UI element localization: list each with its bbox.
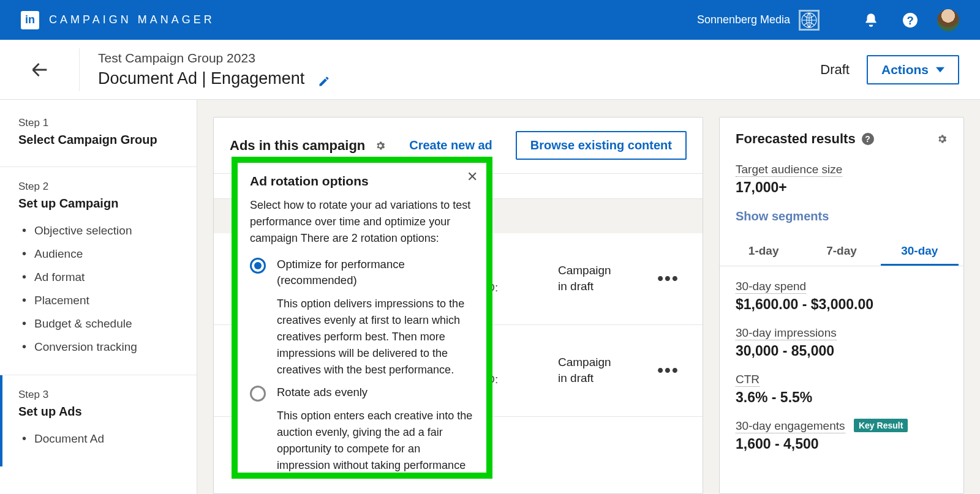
account-icon[interactable] xyxy=(799,10,820,31)
highlight-box: ✕ Ad rotation options Select how to rota… xyxy=(232,157,492,479)
ad-status-line1: Campaign xyxy=(558,356,611,369)
top-bar: in CAMPAIGN MANAGER Sonnenberg Media ? xyxy=(0,0,980,40)
popover-title: Ad rotation options xyxy=(250,174,474,189)
ad-status-line1: Campaign xyxy=(558,264,611,277)
audience-size-value: 17,000+ xyxy=(736,179,948,196)
campaign-status: Draft xyxy=(820,62,850,78)
forecast-title: Forecasted results xyxy=(736,131,856,147)
svg-text:?: ? xyxy=(907,13,913,26)
ctr-label: CTR xyxy=(736,373,760,387)
engagements-value: 1,600 - 4,500 xyxy=(736,436,948,452)
create-new-ad-link[interactable]: Create new ad xyxy=(409,138,492,152)
wizard-sidebar: Step 1 Select Campaign Group Step 2 Set … xyxy=(0,100,197,494)
step-label: Step 2 xyxy=(18,181,178,193)
gear-icon[interactable] xyxy=(937,133,948,144)
rotation-option-optimize[interactable]: Optimize for performance (recommended) T… xyxy=(250,256,474,378)
popover-intro: Select how to rotate your ad variations … xyxy=(250,197,474,247)
substep-budget[interactable]: Budget & schedule xyxy=(22,312,178,335)
step-label: Step 1 xyxy=(18,117,178,129)
show-segments-link[interactable]: Show segments xyxy=(736,209,948,223)
substep-placement[interactable]: Placement xyxy=(22,289,178,312)
spend-value: $1,600.00 - $3,000.00 xyxy=(736,296,948,313)
close-icon[interactable]: ✕ xyxy=(467,169,478,185)
step-title: Select Campaign Group xyxy=(18,133,178,147)
ad-rotation-popover: ✕ Ad rotation options Select how to rota… xyxy=(238,163,486,473)
help-icon[interactable]: ? xyxy=(898,8,922,32)
actions-label: Actions xyxy=(881,62,929,77)
key-result-badge: Key Result xyxy=(854,419,908,432)
engagements-label: 30-day engagements xyxy=(736,419,845,433)
option-description: This option enters each creative into th… xyxy=(277,408,474,473)
linkedin-logo-icon: in xyxy=(21,11,39,29)
sub-header: Test Campaign Group 2023 Document Ad | E… xyxy=(0,40,980,100)
step-label: Step 3 xyxy=(18,389,178,401)
app-title: CAMPAIGN MANAGER xyxy=(49,13,215,26)
substep-audience[interactable]: Audience xyxy=(22,242,178,266)
row-menu-icon[interactable]: ••• xyxy=(650,361,687,380)
radio-icon[interactable] xyxy=(250,258,266,274)
impressions-value: 30,000 - 85,000 xyxy=(736,343,948,359)
ads-card-title: Ads in this campaign xyxy=(230,138,365,154)
tab-7-day[interactable]: 7-day xyxy=(802,238,880,266)
substep-conversion[interactable]: Conversion tracking xyxy=(22,335,178,359)
substep-objective[interactable]: Objective selection xyxy=(22,219,178,242)
campaign-title: Document Ad | Engagement xyxy=(98,69,304,88)
back-button[interactable] xyxy=(0,48,80,91)
chevron-down-icon xyxy=(936,65,944,74)
help-icon[interactable]: ? xyxy=(862,133,874,145)
step-2-block[interactable]: Step 2 Set up Campaign Objective selecti… xyxy=(0,167,197,375)
audience-size-label: Target audience size xyxy=(736,163,842,177)
step-1-block[interactable]: Step 1 Select Campaign Group xyxy=(0,114,197,167)
bell-icon[interactable] xyxy=(859,8,883,32)
campaign-group-title: Test Campaign Group 2023 xyxy=(98,51,330,65)
substep-ad-format[interactable]: Ad format xyxy=(22,266,178,289)
option-description: This option delivers impressions to the … xyxy=(277,296,474,378)
forecast-card: Forecasted results ? Target audience siz… xyxy=(719,117,964,494)
option-title: Rotate ads evenly xyxy=(277,384,474,400)
ad-status-line2: in draft xyxy=(558,372,594,384)
step-title: Set up Ads xyxy=(18,405,178,419)
spend-label: 30-day spend xyxy=(736,280,806,294)
actions-dropdown[interactable]: Actions xyxy=(867,55,959,84)
forecast-range-tabs: 1-day 7-day 30-day xyxy=(720,238,963,266)
step-3-block[interactable]: Step 3 Set up Ads Document Ad xyxy=(0,375,197,466)
option-title: Optimize for performance (recommended) xyxy=(277,256,474,288)
user-avatar[interactable] xyxy=(937,9,959,31)
rotation-option-even[interactable]: Rotate ads evenly This option enters eac… xyxy=(250,384,474,473)
account-name[interactable]: Sonnenberg Media xyxy=(697,13,790,26)
substep-document-ad[interactable]: Document Ad xyxy=(22,427,178,451)
impressions-label: 30-day impressions xyxy=(736,326,837,340)
radio-icon[interactable] xyxy=(250,386,266,402)
gear-icon[interactable] xyxy=(375,140,386,151)
tab-1-day[interactable]: 1-day xyxy=(725,238,802,266)
tab-30-day[interactable]: 30-day xyxy=(881,238,959,266)
ctr-value: 3.6% - 5.5% xyxy=(736,389,948,406)
ad-status-line2: in draft xyxy=(558,280,594,293)
edit-title-icon[interactable] xyxy=(318,73,330,85)
browse-content-button[interactable]: Browse existing content xyxy=(516,131,687,160)
row-menu-icon[interactable]: ••• xyxy=(650,269,687,288)
step-title: Set up Campaign xyxy=(18,196,178,211)
